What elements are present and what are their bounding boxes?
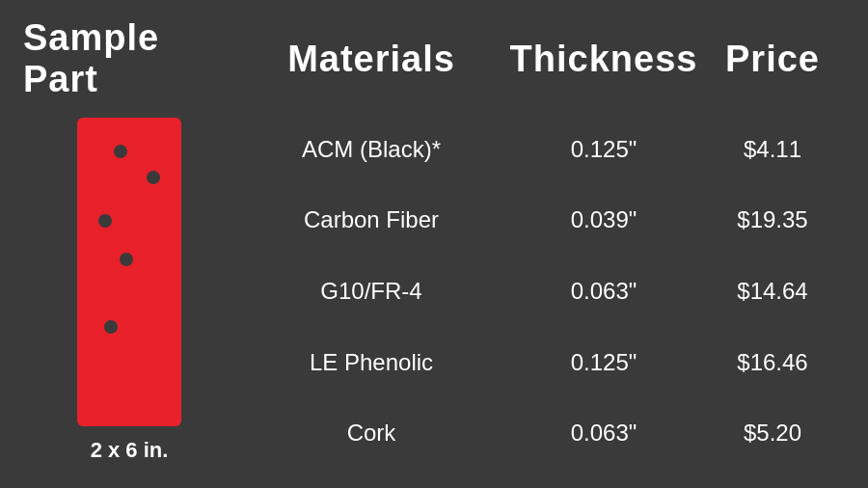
cell-price: $4.11: [700, 136, 845, 163]
cell-thickness: 0.125": [507, 136, 700, 163]
cell-material: Cork: [235, 420, 507, 447]
table-row: G10/FR-40.063"$14.64: [235, 278, 845, 305]
header-thickness: Thickness: [507, 39, 700, 80]
cell-price: $5.20: [700, 420, 845, 447]
cell-material: ACM (Black)*: [235, 136, 507, 163]
cell-price: $14.64: [700, 278, 845, 305]
header-row: Sample Part Materials Thickness Price: [23, 17, 845, 100]
hole-4: [120, 253, 133, 266]
hole-1: [114, 145, 127, 158]
header-materials: Materials: [235, 39, 507, 80]
dimension-label: 2 x 6 in.: [91, 438, 169, 463]
cell-thickness: 0.063": [507, 420, 700, 447]
cell-material: LE Phenolic: [235, 349, 507, 376]
header-materials-label: Materials: [287, 39, 455, 79]
table-row: ACM (Black)*0.125"$4.11: [235, 136, 845, 163]
hole-5: [104, 320, 118, 334]
table-row: Cork0.063"$5.20: [235, 420, 845, 447]
cell-price: $19.35: [700, 206, 845, 233]
hole-2: [147, 171, 160, 184]
content-row: 2 x 6 in. ACM (Black)*0.125"$4.11Carbon …: [23, 110, 845, 473]
header-thickness-label: Thickness: [510, 39, 698, 79]
sample-part-area: 2 x 6 in.: [23, 110, 235, 473]
header-price-label: Price: [725, 39, 820, 79]
cell-material: G10/FR-4: [235, 278, 507, 305]
table-row: Carbon Fiber0.039"$19.35: [235, 206, 845, 233]
header-price: Price: [700, 39, 845, 80]
cell-thickness: 0.039": [507, 206, 700, 233]
cell-thickness: 0.063": [507, 278, 700, 305]
cell-thickness: 0.125": [507, 349, 700, 376]
sample-part-shape: [77, 118, 181, 426]
main-container: Sample Part Materials Thickness Price 2 …: [0, 0, 868, 488]
hole-3: [98, 214, 112, 228]
cell-material: Carbon Fiber: [235, 206, 507, 233]
data-rows: ACM (Black)*0.125"$4.11Carbon Fiber0.039…: [235, 110, 845, 473]
cell-price: $16.46: [700, 349, 845, 376]
table-row: LE Phenolic0.125"$16.46: [235, 349, 845, 376]
header-sample-label: Sample Part: [23, 17, 159, 99]
header-sample: Sample Part: [23, 17, 235, 100]
